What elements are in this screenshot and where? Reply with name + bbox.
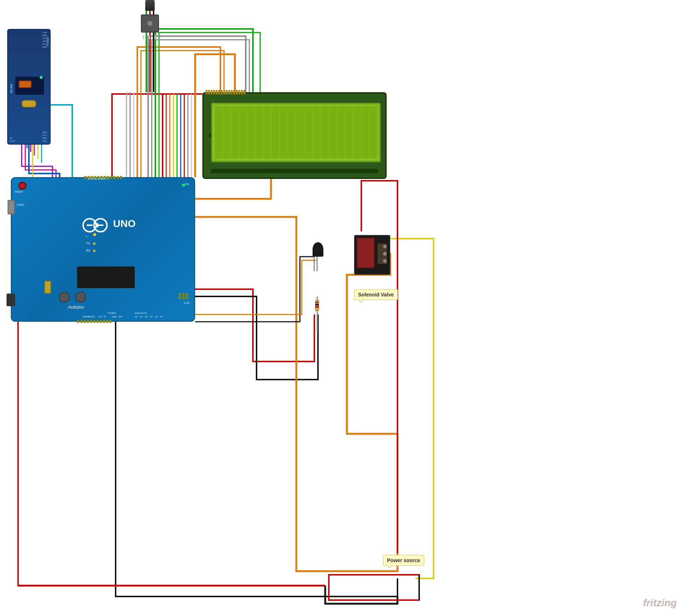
- tx-label: TX: [86, 241, 90, 245]
- vin-label: VIN: [119, 316, 122, 318]
- solenoid-valve-tooltip: Solenoid Valve: [354, 289, 398, 300]
- pot-knob: [145, 0, 155, 11]
- lcd-display: [202, 92, 387, 179]
- tx-led: [93, 243, 95, 245]
- power-source-box: [325, 571, 434, 607]
- 3v3-label: 3.3V: [98, 316, 102, 318]
- lcd-bottom-bar: [211, 169, 378, 173]
- arduino-board: RESET ICSP2 UNO TX RX L ON: [11, 177, 195, 322]
- ir-sensor: [311, 242, 325, 271]
- icsp-label: ICSP: [184, 302, 190, 304]
- l-label: L: [86, 234, 88, 238]
- pot-body: [141, 14, 159, 33]
- reset-label: RESET: [15, 191, 23, 193]
- rtc-crystal: [22, 100, 36, 107]
- a1-label: A1: [140, 316, 142, 318]
- power-bottom-label: POWER: [108, 312, 116, 314]
- digital-label: DIGITAL (PWM=~): [88, 177, 109, 180]
- rx-led: [93, 250, 95, 252]
- ir-body: [313, 242, 323, 257]
- resistor-body: [315, 300, 319, 311]
- solenoid-valve: [347, 235, 390, 278]
- icsp2-label: ICSP2: [17, 204, 24, 206]
- crystal: [44, 281, 51, 294]
- reset-button[interactable]: [18, 182, 26, 190]
- a3-label: A3: [150, 316, 152, 318]
- capacitor-2: [75, 292, 86, 303]
- gnd-label: GND: [112, 316, 117, 318]
- a2-label: A2: [145, 316, 147, 318]
- analog-label: ANALOG IN: [135, 312, 147, 314]
- on-text: ON: [185, 183, 189, 186]
- resistor: [314, 296, 320, 315]
- a0-label: A0: [135, 316, 137, 318]
- power-jack: [7, 294, 15, 306]
- circuit-diagram: 32K SQW SCL SDA VCC GND POWER ZS-042 A0 …: [0, 0, 684, 616]
- rtc-module: 32K SQW SCL SDA VCC GND POWER ZS-042 A0 …: [7, 29, 51, 145]
- icsp-header: [178, 293, 189, 299]
- reset-bottom-label: RESET: [88, 316, 95, 318]
- fritzing-watermark: fritzing: [643, 597, 677, 609]
- usb-port: [8, 200, 15, 214]
- uno-text: UNO: [113, 218, 135, 230]
- on-led: [182, 184, 185, 187]
- potentiometer: [141, 7, 159, 36]
- 5v-label: 5V: [104, 316, 106, 318]
- main-chip: [77, 266, 135, 288]
- capacitor-1: [59, 292, 70, 303]
- a5-label: A5: [160, 316, 163, 318]
- lcd-screen: [211, 103, 381, 162]
- rx-label: RX: [86, 249, 91, 252]
- a4-label: A4: [155, 316, 158, 318]
- power-source-tooltip: Power source: [383, 555, 424, 566]
- l-led: [93, 233, 96, 236]
- svg-rect-32: [329, 575, 419, 600]
